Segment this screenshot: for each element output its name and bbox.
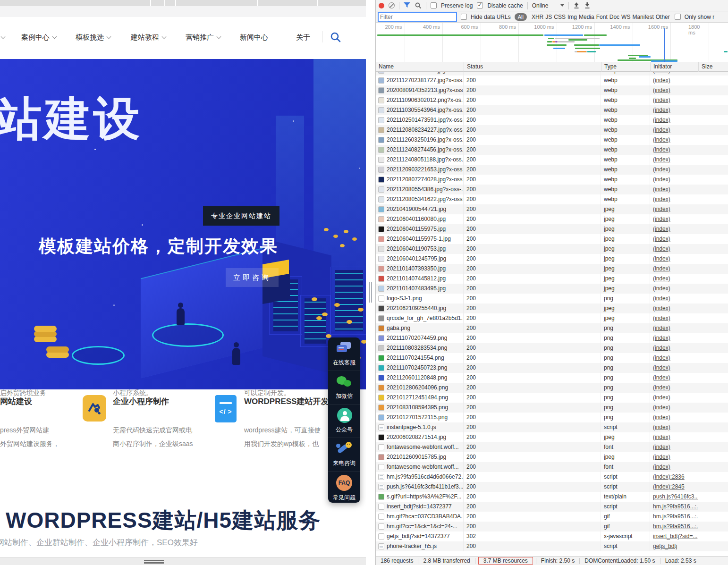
drag-handle[interactable] (144, 560, 164, 561)
table-row[interactable]: 2021110702450723.png200png(index) (376, 363, 728, 373)
table-row[interactable]: 2021112408051188.jpg?x-oss...200webp(ind… (376, 155, 728, 165)
only-show-checkbox[interactable] (675, 14, 681, 20)
initiator-link[interactable]: hm.js?9fa9516...:... (653, 523, 698, 530)
table-row[interactable]: 2021112702381727.jpg?x-oss...200webp(ind… (376, 76, 728, 85)
only-show-label[interactable]: Only show r (685, 14, 714, 20)
nav-item-新闻中心[interactable]: 新闻中心 (240, 33, 268, 42)
initiator-link[interactable]: (index) (653, 454, 670, 460)
throttling-dropdown[interactable]: Online (532, 2, 565, 9)
network-overview-timeline[interactable]: 200 ms400 ms600 ms800 ms1000 ms1200 ms14… (376, 23, 728, 62)
table-row[interactable]: 2021120808234227.jpg?x-oss...200webp(ind… (376, 125, 728, 135)
table-row[interactable]: 2021110803283534.png200png(index) (376, 343, 728, 353)
export-har-icon[interactable] (584, 2, 591, 9)
initiator-link[interactable]: (index) (653, 176, 670, 183)
nav-item-案例中心[interactable]: 案例中心 (21, 33, 56, 42)
table-row[interactable]: gaba.png200png(index) (376, 323, 728, 333)
initiator-link[interactable]: (index) (653, 255, 670, 262)
initiator-link[interactable]: getjs_bdtj (653, 543, 677, 549)
initiator-link[interactable]: (index) (653, 77, 670, 84)
initiator-link[interactable]: (index) (653, 236, 670, 242)
table-row[interactable]: qrcode_for_gh_7e801a2b5d1...200jpeg(inde… (376, 313, 728, 323)
table-row[interactable]: hm.js?9fa9516cd4d6d066e72...200script(in… (376, 472, 728, 482)
preserve-log-checkbox[interactable] (431, 2, 437, 8)
search-icon[interactable] (330, 31, 342, 43)
table-row[interactable]: 2021112703566257.jpg?x-oss...200webp(ind… (376, 72, 728, 76)
column-header-type[interactable]: Type (601, 62, 650, 72)
initiator-link[interactable]: (index) (653, 186, 670, 193)
initiator-link[interactable]: (index) (653, 146, 670, 153)
widget-item-faq[interactable]: FAQ常见问题 (328, 472, 360, 503)
column-header-size[interactable]: Size (698, 62, 728, 72)
filter-type-Font[interactable]: Font (596, 14, 608, 20)
table-row[interactable]: 2021120805341622.jpg?x-oss...200webp(ind… (376, 194, 728, 204)
filter-type-Other[interactable]: Other (656, 14, 670, 20)
initiator-link[interactable]: (index) (653, 464, 670, 470)
initiator-link[interactable]: (index) (653, 117, 670, 123)
initiator-link[interactable]: hm.js?9fa9516...:... (653, 503, 698, 510)
filter-type-Doc[interactable]: Doc (609, 14, 619, 20)
disable-cache-label[interactable]: Disable cache (487, 2, 523, 9)
initiator-link[interactable]: (index):2845 (653, 483, 685, 490)
initiator-link[interactable]: (index) (653, 295, 670, 302)
initiator-link[interactable]: (index) (653, 136, 670, 143)
table-row[interactable]: 2021112603250196.jpg?x-oss...200webp(ind… (376, 135, 728, 145)
table-row[interactable]: fontawesome-webfont.woff...200font(index… (376, 442, 728, 452)
record-icon[interactable] (379, 3, 384, 8)
nav-item-模板挑选[interactable]: 模板挑选 (76, 33, 110, 42)
table-row[interactable]: 2021101407445812.jpg200jpeg(index) (376, 274, 728, 284)
initiator-link[interactable]: (index) (653, 345, 670, 351)
column-header-status[interactable]: Status (464, 62, 601, 72)
initiator-link[interactable]: (index) (653, 374, 670, 381)
initiator-link[interactable]: (index) (653, 166, 670, 173)
initiator-link[interactable]: push.js?6416fc3... (653, 493, 698, 500)
throttling-value[interactable]: Online (532, 2, 549, 9)
table-row[interactable]: 2021101407483495.jpg200jpeg(index) (376, 284, 728, 294)
table-row[interactable]: 2021101407393350.jpg200jpeg(index) (376, 264, 728, 274)
filter-type-WS[interactable]: WS (621, 14, 630, 20)
filter-type-Media[interactable]: Media (579, 14, 594, 20)
initiator-link[interactable]: (index) (653, 97, 670, 103)
filter-funnel-icon[interactable] (404, 2, 411, 8)
table-row[interactable]: 2021012712451494.png200png(index) (376, 393, 728, 403)
nav-item-建站教程[interactable]: 建站教程 (131, 33, 166, 42)
table-row[interactable]: 2021120601120848.png200png(index) (376, 373, 728, 383)
filter-type-Manifest[interactable]: Manifest (632, 14, 653, 20)
widget-item-account[interactable]: 公众号 (328, 405, 360, 438)
filter-type-Img[interactable]: Img (567, 14, 577, 20)
filter-type-all[interactable]: All (515, 13, 527, 21)
widget-item-phone[interactable]: 来电咨询 (328, 438, 360, 472)
filter-type-CSS[interactable]: CSS (554, 14, 566, 20)
widget-item-chat[interactable]: 在线客服 (328, 337, 360, 371)
initiator-link[interactable]: (index) (653, 325, 670, 331)
initiator-link[interactable]: (index) (653, 196, 670, 202)
initiator-link[interactable]: (index) (653, 265, 670, 272)
table-row[interactable]: s.gif?url=https%3A%2F%2F...200text/plain… (376, 492, 728, 502)
initiator-link[interactable]: (index) (653, 305, 670, 312)
hide-data-urls-checkbox[interactable] (461, 14, 467, 20)
initiator-link[interactable]: (index) (653, 72, 670, 74)
initiator-link[interactable]: (index) (653, 335, 670, 341)
table-row[interactable]: 2021041900544721.jpg200jpeg(index) (376, 204, 728, 214)
consult-now-button[interactable]: 立即咨询 (226, 268, 279, 287)
table-row[interactable]: 202112080554386.jpg?x-oss-...200webp(ind… (376, 185, 728, 194)
hide-data-urls-label[interactable]: Hide data URLs (471, 14, 511, 20)
nav-item-关于[interactable]: 关于 (296, 33, 310, 42)
table-row[interactable]: 2021012701572115.png200png(index) (376, 413, 728, 422)
table-row[interactable]: 2021060401190753.jpg200jpeg(index) (376, 244, 728, 254)
devtools-splitter[interactable] (366, 0, 375, 565)
filter-type-XHR[interactable]: XHR (532, 14, 543, 20)
table-row[interactable]: 2021012806204096.png200png(index) (376, 383, 728, 393)
initiator-link[interactable]: (index) (653, 434, 670, 440)
initiator-link[interactable]: (index) (653, 156, 670, 163)
table-row[interactable]: fontawesome-webfont.woff...200font(index… (376, 462, 728, 472)
initiator-link[interactable]: (index) (653, 404, 670, 411)
filter-type-JS[interactable]: JS (545, 14, 552, 20)
table-row[interactable]: 2021102501473591.jpg?x-oss...200webp(ind… (376, 115, 728, 125)
initiator-link[interactable]: (index) (653, 245, 670, 252)
disable-cache-checkbox[interactable] (477, 2, 483, 8)
initiator-link[interactable]: (index) (653, 87, 670, 93)
table-row[interactable]: hm.gif?hca=037CD3BAB4DA...200gifhm.js?9f… (376, 512, 728, 522)
initiator-link[interactable]: (index) (653, 275, 670, 282)
preserve-log-label[interactable]: Preserve log (441, 2, 473, 9)
table-row[interactable]: push.js?6416fc3cfb411b1ef3...200script(i… (376, 482, 728, 492)
